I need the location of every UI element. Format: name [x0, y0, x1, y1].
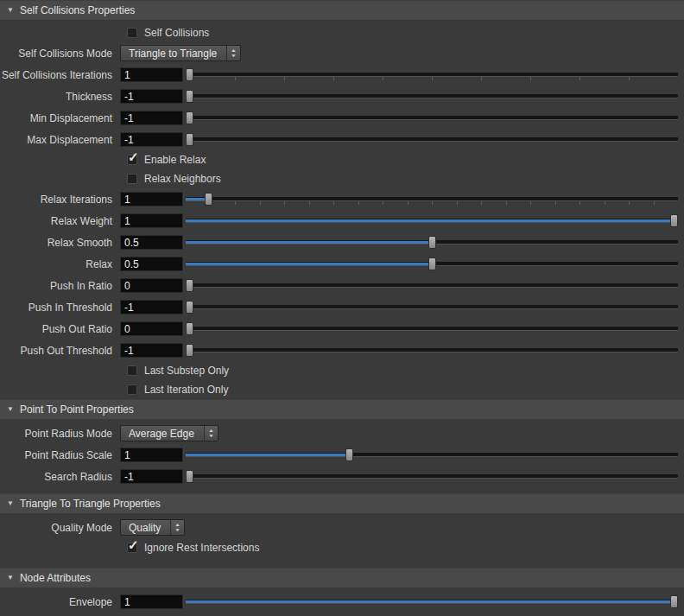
self-collisions-iterations-field[interactable] [120, 67, 183, 82]
slider-tick [358, 201, 359, 205]
self-collisions-iterations-label: Self Collisions Iterations [0, 69, 120, 81]
relax-neighbors-checkbox[interactable]: ✓ [127, 174, 137, 184]
slider-handle[interactable] [186, 90, 193, 103]
row-min-displacement: Min Displacement [0, 107, 684, 129]
spinner-down-icon: ▼ [208, 434, 214, 438]
row-search-radius: Search Radius [0, 466, 684, 487]
last-iteration-only-checkbox[interactable]: ✓ [127, 384, 137, 395]
slider-tick [605, 201, 605, 205]
thickness-field[interactable] [120, 89, 183, 104]
max-displacement-field[interactable] [120, 132, 183, 147]
enable-relax-checkbox[interactable]: ✓ [127, 155, 137, 165]
self-collisions-mode-dropdown[interactable]: Triangle to Triangle ▲ ▼ [120, 45, 241, 61]
push-in-threshold-slider[interactable] [186, 296, 678, 318]
relax-weight-slider[interactable] [186, 210, 678, 232]
self-collisions-label: Self Collisions [144, 27, 209, 39]
slider-tick [284, 77, 285, 80]
relax-weight-field[interactable] [120, 213, 183, 228]
slider-fill [186, 454, 348, 456]
row-push-in-ratio: Push In Ratio [0, 275, 684, 296]
relax-neighbors-label: Relax Neighbors [144, 173, 221, 185]
push-out-ratio-field[interactable] [120, 321, 183, 336]
dropdown-arrows-icon: ▲ ▼ [204, 426, 218, 441]
slider-handle[interactable] [428, 257, 436, 270]
point-radius-scale-slider[interactable] [186, 444, 678, 466]
section-header-node-attributes[interactable]: ▼ Node Attributes [0, 568, 684, 587]
slider-tick [629, 77, 630, 80]
slider-handle[interactable] [186, 133, 193, 146]
row-max-displacement: Max Displacement [0, 129, 684, 150]
slider-fill [186, 241, 432, 244]
slider-handle[interactable] [186, 111, 193, 124]
envelope-field[interactable] [120, 594, 183, 609]
self-collisions-checkbox[interactable]: ✓ [127, 28, 137, 38]
point-radius-mode-label: Point Radius Mode [0, 428, 120, 440]
max-displacement-slider[interactable] [186, 129, 678, 150]
min-displacement-slider[interactable] [186, 107, 678, 129]
quality-mode-dropdown[interactable]: Quality ▲ ▼ [120, 519, 185, 536]
ignore-rest-intersections-checkbox[interactable]: ✓ [127, 543, 137, 553]
relax-field[interactable] [120, 257, 183, 271]
envelope-slider[interactable] [186, 591, 678, 613]
slider-track [186, 94, 678, 98]
min-displacement-field[interactable] [120, 111, 183, 125]
relax-iterations-label: Relax Iterations [0, 194, 120, 206]
thickness-slider[interactable] [186, 86, 678, 107]
push-out-ratio-slider[interactable] [186, 318, 678, 340]
push-in-threshold-field[interactable] [120, 300, 183, 314]
push-in-ratio-field[interactable] [120, 278, 183, 293]
slider-tick [260, 201, 261, 205]
search-radius-field[interactable] [120, 469, 183, 484]
relax-smooth-field[interactable] [120, 235, 183, 250]
last-substep-only-checkbox[interactable]: ✓ [127, 365, 137, 376]
push-in-ratio-slider[interactable] [186, 275, 678, 296]
slider-tick [408, 201, 408, 205]
push-out-threshold-field[interactable] [120, 343, 183, 358]
push-out-threshold-slider[interactable] [186, 340, 678, 361]
relax-iterations-field[interactable] [120, 192, 183, 206]
point-radius-scale-field[interactable] [120, 448, 183, 462]
slider-track [186, 348, 678, 352]
relax-slider[interactable] [186, 253, 678, 275]
point-radius-scale-label: Point Radius Scale [0, 449, 120, 461]
slider-handle[interactable] [186, 470, 193, 483]
row-ignore-rest-intersections: ✓ Ignore Rest Intersections [0, 538, 684, 557]
relax-smooth-slider[interactable] [186, 232, 678, 253]
slider-tick [432, 77, 433, 80]
slider-handle[interactable] [186, 301, 193, 314]
slider-tick [654, 201, 655, 205]
dropdown-value: Quality [121, 520, 170, 535]
search-radius-slider[interactable] [186, 466, 678, 487]
row-self-collisions: ✓ Self Collisions [0, 23, 684, 42]
enable-relax-label: Enable Relax [144, 154, 206, 166]
slider-tick [309, 201, 310, 205]
relax-weight-label: Relax Weight [0, 215, 120, 227]
row-self-collisions-mode: Self Collisions Mode Triangle to Triangl… [0, 42, 684, 64]
slider-track [186, 327, 678, 330]
slider-handle[interactable] [186, 322, 193, 335]
push-in-ratio-label: Push In Ratio [0, 280, 120, 292]
section-title: Node Attributes [20, 572, 91, 584]
slider-handle[interactable] [186, 344, 193, 357]
slider-handle[interactable] [345, 448, 353, 461]
dropdown-value: Average Edge [121, 426, 204, 441]
section-header-point-to-point-properties[interactable]: ▼ Point To Point Properties [0, 399, 684, 419]
slider-handle[interactable] [186, 279, 193, 292]
slider-handle[interactable] [186, 68, 193, 81]
row-self-collisions-iterations: Self Collisions Iterations [0, 64, 684, 86]
slider-tick [629, 201, 630, 205]
spinner-down-icon: ▼ [174, 528, 180, 532]
point-radius-mode-dropdown[interactable]: Average Edge ▲ ▼ [120, 425, 218, 441]
slider-tick [555, 201, 556, 205]
self-collisions-iterations-slider[interactable] [186, 64, 678, 86]
section-header-self-collisions-properties[interactable]: ▼ Self Collisions Properties [0, 0, 684, 20]
section-header-triangle-to-triangle-properties[interactable]: ▼ Triangle To Triangle Properties [0, 493, 684, 513]
slider-handle[interactable] [670, 214, 678, 227]
quality-mode-label: Quality Mode [0, 522, 120, 534]
row-relax-neighbors: ✓ Relax Neighbors [0, 169, 684, 188]
slider-handle[interactable] [670, 595, 678, 608]
slider-handle[interactable] [205, 193, 212, 206]
slider-handle[interactable] [428, 236, 436, 249]
row-envelope: Envelope [0, 591, 684, 613]
relax-iterations-slider[interactable] [186, 188, 678, 210]
